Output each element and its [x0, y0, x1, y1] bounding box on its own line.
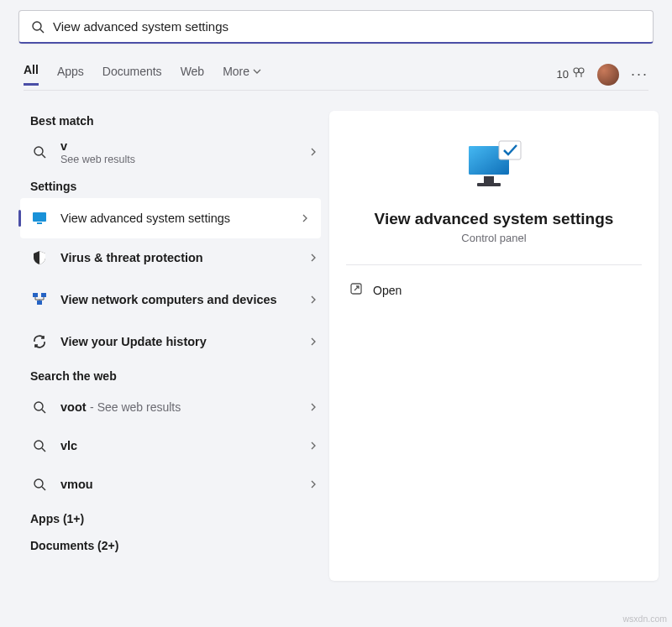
result-title: Virus & threat protection	[60, 251, 309, 264]
svg-rect-19	[484, 176, 494, 183]
web-item-voot[interactable]: voot - See web results	[0, 388, 329, 426]
svg-rect-20	[477, 183, 501, 186]
settings-item-network-computers[interactable]: View network computers and devices	[0, 277, 329, 322]
search-input[interactable]	[53, 19, 641, 34]
divider	[346, 264, 642, 265]
section-header-settings: Settings	[0, 171, 329, 198]
section-header-apps-more[interactable]: Apps (1+)	[0, 504, 329, 530]
result-title: voot	[60, 400, 87, 414]
settings-item-virus-protection[interactable]: Virus & threat protection	[0, 238, 329, 277]
network-icon	[30, 290, 49, 309]
preview-icon	[346, 139, 642, 193]
svg-rect-9	[41, 293, 46, 297]
chevron-right-icon	[309, 400, 318, 415]
open-label: Open	[373, 284, 402, 297]
sync-icon	[30, 332, 49, 351]
svg-line-14	[42, 448, 45, 452]
chevron-right-icon	[301, 211, 309, 226]
best-match-item[interactable]: v See web results	[0, 133, 329, 171]
chevron-down-icon	[253, 65, 261, 78]
section-header-best-match: Best match	[0, 106, 329, 133]
chevron-right-icon	[309, 250, 318, 265]
preview-column: View advanced system settings Control pa…	[329, 99, 672, 625]
search-icon	[30, 143, 49, 161]
more-options-button[interactable]: ···	[631, 65, 648, 83]
svg-point-15	[34, 479, 43, 488]
result-title: View advanced system settings	[60, 212, 301, 225]
svg-rect-6	[33, 212, 46, 222]
rewards-points[interactable]: 10	[557, 66, 585, 82]
svg-rect-21	[499, 141, 521, 159]
svg-point-4	[34, 147, 43, 155]
preview-subtitle: Control panel	[346, 232, 642, 244]
results-column: Best match v See web results Settings Vi…	[0, 99, 329, 625]
svg-line-12	[42, 410, 45, 413]
search-icon	[30, 436, 49, 455]
settings-item-update-history[interactable]: View your Update history	[0, 322, 329, 361]
svg-line-16	[42, 487, 45, 490]
search-icon	[30, 398, 49, 416]
chevron-right-icon	[309, 438, 318, 453]
web-item-vmou[interactable]: vmou	[0, 465, 329, 504]
open-action[interactable]: Open	[346, 277, 642, 303]
chevron-right-icon	[309, 477, 318, 492]
search-icon	[30, 475, 49, 494]
svg-point-0	[33, 22, 41, 30]
result-title: View network computers and devices	[60, 292, 309, 307]
search-icon	[31, 20, 45, 34]
result-subtitle: - See web results	[90, 400, 181, 414]
open-icon	[349, 282, 363, 298]
tab-web[interactable]: Web	[181, 63, 205, 86]
points-value: 10	[557, 68, 569, 81]
svg-rect-10	[37, 300, 42, 305]
result-title: vmou	[60, 478, 93, 491]
tab-apps[interactable]: Apps	[57, 63, 84, 86]
tab-more-label: More	[223, 65, 249, 78]
chevron-right-icon	[309, 292, 318, 307]
chevron-right-icon	[309, 334, 318, 349]
svg-line-5	[42, 154, 45, 158]
preview-title: View advanced system settings	[346, 210, 642, 228]
user-avatar[interactable]	[597, 64, 619, 86]
watermark: wsxdn.com	[622, 614, 667, 624]
svg-point-3	[579, 68, 584, 73]
medal-icon	[572, 66, 585, 82]
top-right-controls: 10 ···	[557, 64, 648, 86]
preview-card: View advanced system settings Control pa…	[329, 111, 659, 581]
svg-point-2	[574, 68, 579, 73]
filter-tabs: All Apps Documents Web More	[24, 63, 261, 86]
svg-rect-8	[33, 293, 38, 297]
section-header-documents-more[interactable]: Documents (2+)	[0, 530, 329, 557]
svg-point-13	[34, 441, 43, 449]
svg-point-11	[34, 402, 43, 410]
chevron-right-icon	[309, 144, 318, 159]
svg-line-1	[40, 29, 44, 33]
web-item-vlc[interactable]: vlc	[0, 426, 329, 465]
shield-icon	[30, 248, 49, 267]
tab-documents[interactable]: Documents	[102, 63, 162, 86]
result-title: View your Update history	[60, 335, 309, 348]
result-title: vlc	[60, 439, 77, 452]
result-title: v	[60, 139, 309, 153]
result-subtitle: See web results	[60, 154, 309, 165]
settings-item-advanced-system[interactable]: View advanced system settings	[20, 198, 321, 238]
section-header-search-web: Search the web	[0, 361, 329, 388]
tab-more[interactable]: More	[223, 63, 261, 86]
svg-rect-7	[37, 222, 42, 224]
search-bar[interactable]	[18, 10, 654, 44]
tabs-row: All Apps Documents Web More 10 ···	[24, 59, 648, 91]
monitor-icon	[30, 209, 49, 227]
tab-all[interactable]: All	[24, 63, 39, 86]
